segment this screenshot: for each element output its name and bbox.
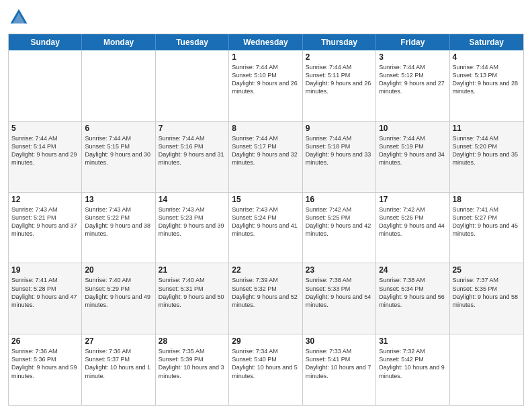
day-number: 4 [453, 52, 521, 62]
day-info: Sunrise: 7:44 AM Sunset: 5:16 PM Dayligh… [159, 134, 226, 167]
calendar: SundayMondayTuesdayWednesdayThursdayFrid… [8, 34, 524, 406]
day-number: 26 [11, 336, 79, 346]
calendar-cell: 12Sunrise: 7:43 AM Sunset: 5:21 PM Dayli… [9, 193, 82, 263]
weekday-header: Saturday [450, 34, 523, 50]
day-number: 8 [232, 124, 299, 133]
day-info: Sunrise: 7:36 AM Sunset: 5:36 PM Dayligh… [11, 347, 79, 380]
day-number: 5 [11, 124, 79, 133]
calendar-row: 5Sunrise: 7:44 AM Sunset: 5:14 PM Daylig… [9, 121, 523, 192]
day-info: Sunrise: 7:38 AM Sunset: 5:33 PM Dayligh… [306, 276, 373, 309]
day-number: 9 [306, 124, 373, 133]
weekday-header: Tuesday [156, 34, 229, 50]
calendar-cell: 24Sunrise: 7:38 AM Sunset: 5:34 PM Dayli… [376, 263, 449, 334]
calendar-row: 12Sunrise: 7:43 AM Sunset: 5:21 PM Dayli… [9, 192, 523, 263]
calendar-cell: 23Sunrise: 7:38 AM Sunset: 5:33 PM Dayli… [303, 263, 376, 334]
calendar-body: 1Sunrise: 7:44 AM Sunset: 5:10 PM Daylig… [9, 50, 523, 405]
calendar-cell: 31Sunrise: 7:32 AM Sunset: 5:42 PM Dayli… [376, 334, 449, 405]
day-number: 29 [232, 336, 299, 346]
calendar-cell: 27Sunrise: 7:36 AM Sunset: 5:37 PM Dayli… [82, 334, 155, 405]
calendar-cell: 5Sunrise: 7:44 AM Sunset: 5:14 PM Daylig… [9, 122, 82, 192]
day-info: Sunrise: 7:41 AM Sunset: 5:27 PM Dayligh… [453, 205, 521, 238]
day-info: Sunrise: 7:40 AM Sunset: 5:29 PM Dayligh… [85, 276, 152, 309]
day-number: 30 [306, 336, 373, 346]
day-info: Sunrise: 7:44 AM Sunset: 5:19 PM Dayligh… [379, 134, 446, 167]
calendar-cell: 22Sunrise: 7:39 AM Sunset: 5:32 PM Dayli… [229, 263, 302, 334]
day-number: 20 [85, 265, 152, 275]
calendar-cell: 26Sunrise: 7:36 AM Sunset: 5:36 PM Dayli… [9, 334, 82, 405]
day-info: Sunrise: 7:44 AM Sunset: 5:12 PM Dayligh… [379, 63, 446, 96]
weekday-header: Friday [376, 34, 449, 50]
day-info: Sunrise: 7:42 AM Sunset: 5:26 PM Dayligh… [379, 205, 446, 238]
calendar-cell [82, 50, 155, 121]
calendar-cell: 18Sunrise: 7:41 AM Sunset: 5:27 PM Dayli… [450, 193, 523, 263]
day-info: Sunrise: 7:44 AM Sunset: 5:11 PM Dayligh… [306, 63, 373, 96]
day-number: 13 [85, 195, 152, 204]
day-info: Sunrise: 7:44 AM Sunset: 5:13 PM Dayligh… [453, 63, 521, 96]
calendar-cell: 19Sunrise: 7:41 AM Sunset: 5:28 PM Dayli… [9, 263, 82, 334]
calendar-cell: 7Sunrise: 7:44 AM Sunset: 5:16 PM Daylig… [156, 122, 229, 192]
day-number: 18 [453, 195, 521, 204]
day-number: 14 [159, 195, 226, 204]
calendar-cell: 9Sunrise: 7:44 AM Sunset: 5:18 PM Daylig… [303, 122, 376, 192]
day-number: 24 [379, 265, 446, 275]
calendar-cell: 1Sunrise: 7:44 AM Sunset: 5:10 PM Daylig… [229, 50, 302, 121]
calendar-cell: 29Sunrise: 7:34 AM Sunset: 5:40 PM Dayli… [229, 334, 302, 405]
calendar-cell: 30Sunrise: 7:33 AM Sunset: 5:41 PM Dayli… [303, 334, 376, 405]
calendar-cell [156, 50, 229, 121]
day-number: 6 [85, 124, 152, 133]
calendar-cell: 15Sunrise: 7:43 AM Sunset: 5:24 PM Dayli… [229, 193, 302, 263]
day-info: Sunrise: 7:44 AM Sunset: 5:17 PM Dayligh… [232, 134, 299, 167]
day-info: Sunrise: 7:44 AM Sunset: 5:18 PM Dayligh… [306, 134, 373, 167]
day-info: Sunrise: 7:44 AM Sunset: 5:15 PM Dayligh… [85, 134, 152, 167]
day-info: Sunrise: 7:39 AM Sunset: 5:32 PM Dayligh… [232, 276, 299, 309]
main-container: SundayMondayTuesdayWednesdayThursdayFrid… [0, 0, 532, 411]
day-number: 15 [232, 195, 299, 204]
day-info: Sunrise: 7:33 AM Sunset: 5:41 PM Dayligh… [306, 347, 373, 380]
day-info: Sunrise: 7:36 AM Sunset: 5:37 PM Dayligh… [85, 347, 152, 380]
calendar-cell: 8Sunrise: 7:44 AM Sunset: 5:17 PM Daylig… [229, 122, 302, 192]
day-info: Sunrise: 7:43 AM Sunset: 5:22 PM Dayligh… [85, 205, 152, 238]
calendar-cell: 16Sunrise: 7:42 AM Sunset: 5:25 PM Dayli… [303, 193, 376, 263]
day-info: Sunrise: 7:35 AM Sunset: 5:39 PM Dayligh… [159, 347, 226, 380]
day-info: Sunrise: 7:43 AM Sunset: 5:21 PM Dayligh… [11, 205, 79, 238]
calendar-cell: 13Sunrise: 7:43 AM Sunset: 5:22 PM Dayli… [82, 193, 155, 263]
day-number: 17 [379, 195, 446, 204]
day-info: Sunrise: 7:42 AM Sunset: 5:25 PM Dayligh… [306, 205, 373, 238]
day-number: 22 [232, 265, 299, 275]
calendar-row: 26Sunrise: 7:36 AM Sunset: 5:36 PM Dayli… [9, 334, 523, 405]
header [8, 7, 524, 28]
calendar-header: SundayMondayTuesdayWednesdayThursdayFrid… [9, 34, 523, 50]
day-number: 10 [379, 124, 446, 133]
day-number: 16 [306, 195, 373, 204]
calendar-cell: 6Sunrise: 7:44 AM Sunset: 5:15 PM Daylig… [82, 122, 155, 192]
day-number: 1 [232, 52, 299, 62]
day-number: 12 [11, 195, 79, 204]
day-number: 27 [85, 336, 152, 346]
weekday-header: Monday [82, 34, 155, 50]
logo [8, 7, 32, 28]
day-info: Sunrise: 7:41 AM Sunset: 5:28 PM Dayligh… [11, 276, 79, 309]
calendar-cell: 10Sunrise: 7:44 AM Sunset: 5:19 PM Dayli… [376, 122, 449, 192]
day-number: 2 [306, 52, 373, 62]
day-info: Sunrise: 7:43 AM Sunset: 5:23 PM Dayligh… [159, 205, 226, 238]
day-info: Sunrise: 7:44 AM Sunset: 5:14 PM Dayligh… [11, 134, 79, 167]
day-number: 19 [11, 265, 79, 275]
calendar-cell: 17Sunrise: 7:42 AM Sunset: 5:26 PM Dayli… [376, 193, 449, 263]
day-info: Sunrise: 7:44 AM Sunset: 5:10 PM Dayligh… [232, 63, 299, 96]
day-info: Sunrise: 7:37 AM Sunset: 5:35 PM Dayligh… [453, 276, 521, 309]
calendar-cell: 21Sunrise: 7:40 AM Sunset: 5:31 PM Dayli… [156, 263, 229, 334]
calendar-cell: 14Sunrise: 7:43 AM Sunset: 5:23 PM Dayli… [156, 193, 229, 263]
day-info: Sunrise: 7:43 AM Sunset: 5:24 PM Dayligh… [232, 205, 299, 238]
logo-icon [8, 7, 30, 28]
day-number: 11 [453, 124, 521, 133]
day-info: Sunrise: 7:44 AM Sunset: 5:20 PM Dayligh… [453, 134, 521, 167]
day-number: 23 [306, 265, 373, 275]
calendar-cell: 20Sunrise: 7:40 AM Sunset: 5:29 PM Dayli… [82, 263, 155, 334]
weekday-header: Sunday [9, 34, 82, 50]
calendar-cell: 3Sunrise: 7:44 AM Sunset: 5:12 PM Daylig… [376, 50, 449, 121]
calendar-row: 19Sunrise: 7:41 AM Sunset: 5:28 PM Dayli… [9, 263, 523, 334]
calendar-cell: 4Sunrise: 7:44 AM Sunset: 5:13 PM Daylig… [450, 50, 523, 121]
day-number: 31 [379, 336, 446, 346]
calendar-cell: 28Sunrise: 7:35 AM Sunset: 5:39 PM Dayli… [156, 334, 229, 405]
day-number: 28 [159, 336, 226, 346]
